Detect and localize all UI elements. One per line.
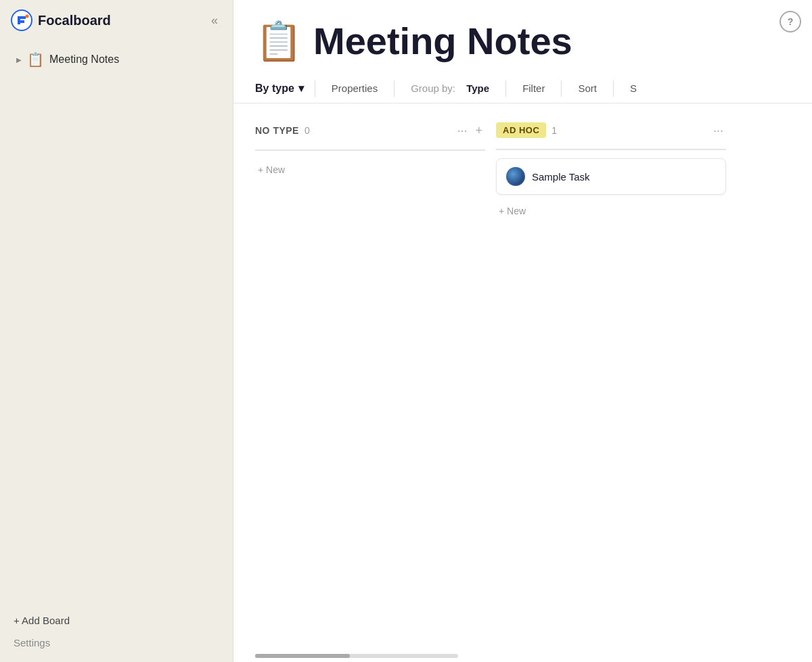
- board-content: NO TYPE 0 ··· + + New AD HOC 1 ···: [233, 103, 812, 650]
- toolbar: By type ▾ Properties Group by: Type Filt…: [233, 74, 812, 103]
- column-divider-ad-hoc: [496, 149, 726, 150]
- toolbar-separator-4: [561, 80, 562, 97]
- column-count-ad-hoc: 1: [551, 125, 557, 136]
- column-ad-hoc: AD HOC 1 ··· Sample Task + New: [496, 120, 726, 222]
- sidebar-item-meeting-notes[interactable]: ▶ 📋 Meeting Notes: [5, 46, 227, 73]
- sort-button[interactable]: Sort: [567, 74, 608, 102]
- svg-point-1: [26, 15, 29, 18]
- toolbar-separator-3: [505, 80, 506, 97]
- sidebar-collapse-button[interactable]: «: [207, 11, 222, 30]
- page-header: 📋 Meeting Notes: [233, 0, 812, 74]
- toolbar-separator-1: [315, 80, 315, 97]
- column-actions-ad-hoc: ···: [710, 123, 726, 138]
- board-icon-nav: 📋: [27, 51, 44, 68]
- column-divider-no-type: [255, 149, 485, 151]
- column-actions-no-type: ··· +: [454, 123, 485, 138]
- avatar: [506, 167, 525, 186]
- view-dropdown-icon: ▾: [298, 82, 304, 95]
- card-title: Sample Task: [532, 171, 590, 183]
- horizontal-scrollbar-thumb[interactable]: [255, 654, 350, 658]
- sidebar-item-label: Meeting Notes: [49, 53, 119, 66]
- group-by-button[interactable]: Group by: Type: [400, 74, 500, 102]
- view-label: By type: [255, 82, 294, 95]
- board-header-icon: 📋: [255, 22, 302, 60]
- column-add-button-no-type[interactable]: +: [472, 123, 485, 138]
- scrollbar-area: [233, 650, 812, 662]
- sidebar-footer: + Add Board Settings: [0, 601, 233, 662]
- sidebar: Focalboard « ▶ 📋 Meeting Notes + Add Boa…: [0, 0, 233, 662]
- column-title-no-type: NO TYPE: [255, 122, 299, 139]
- group-by-prefix: Group by:: [411, 82, 455, 94]
- expand-icon: ▶: [16, 56, 22, 64]
- column-header-ad-hoc: AD HOC 1 ···: [496, 120, 726, 141]
- toolbar-separator-5: [613, 80, 614, 97]
- new-card-button-ad-hoc[interactable]: + New: [496, 200, 528, 222]
- new-card-button-no-type[interactable]: + New: [255, 159, 288, 181]
- help-button[interactable]: ?: [780, 11, 801, 32]
- column-title-ad-hoc: AD HOC: [496, 122, 546, 138]
- properties-button[interactable]: Properties: [321, 74, 388, 102]
- logo-area: Focalboard: [11, 9, 111, 31]
- column-count-no-type: 0: [304, 125, 310, 136]
- toolbar-separator-2: [394, 80, 394, 97]
- view-selector-button[interactable]: By type ▾: [255, 74, 309, 103]
- group-by-value: Type: [466, 82, 489, 94]
- app-name: Focalboard: [38, 13, 111, 28]
- horizontal-scrollbar-track[interactable]: [255, 654, 458, 658]
- avatar-inner: [508, 168, 524, 185]
- add-board-button[interactable]: + Add Board: [14, 612, 219, 629]
- sidebar-nav: ▶ 📋 Meeting Notes: [0, 41, 233, 601]
- main-content: ? 📋 Meeting Notes By type ▾ Properties G…: [233, 0, 812, 662]
- sidebar-header: Focalboard «: [0, 0, 233, 41]
- page-title: Meeting Notes: [313, 19, 572, 63]
- filter-button[interactable]: Filter: [512, 74, 556, 102]
- board-columns: NO TYPE 0 ··· + + New AD HOC 1 ···: [255, 120, 790, 222]
- card-sample-task[interactable]: Sample Task: [496, 158, 726, 195]
- share-button[interactable]: S: [619, 74, 648, 102]
- column-menu-button-ad-hoc[interactable]: ···: [710, 123, 726, 138]
- column-menu-button-no-type[interactable]: ···: [454, 123, 470, 138]
- column-no-type: NO TYPE 0 ··· + + New: [255, 120, 485, 181]
- settings-button[interactable]: Settings: [14, 634, 219, 651]
- focalboard-logo-icon: [11, 9, 32, 31]
- column-header-no-type: NO TYPE 0 ··· +: [255, 120, 485, 141]
